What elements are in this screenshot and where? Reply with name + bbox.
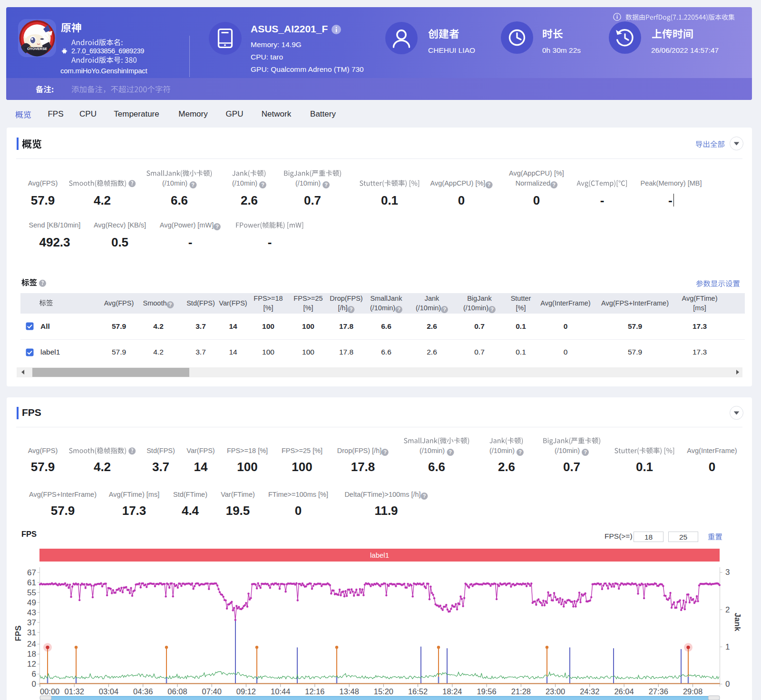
svg-text:2: 2 bbox=[725, 605, 730, 614]
svg-text:29:08: 29:08 bbox=[683, 687, 702, 696]
svg-text:0: 0 bbox=[725, 680, 730, 689]
svg-text:43: 43 bbox=[27, 608, 36, 617]
svg-text:26:04: 26:04 bbox=[614, 687, 634, 696]
svg-text:10:44: 10:44 bbox=[271, 687, 290, 696]
svg-text:24:32: 24:32 bbox=[580, 687, 599, 696]
svg-text:61: 61 bbox=[27, 578, 36, 587]
svg-text:18: 18 bbox=[27, 650, 36, 659]
svg-text:18:24: 18:24 bbox=[442, 687, 462, 696]
svg-text:67: 67 bbox=[27, 568, 36, 577]
svg-text:12:16: 12:16 bbox=[305, 687, 324, 696]
svg-text:1: 1 bbox=[725, 642, 730, 651]
svg-text:55: 55 bbox=[27, 588, 36, 597]
svg-text:24: 24 bbox=[27, 640, 36, 649]
svg-text:OYOVERSE: OYOVERSE bbox=[27, 47, 47, 51]
svg-text:03:04: 03:04 bbox=[99, 687, 118, 696]
svg-text:Jank: Jank bbox=[733, 613, 742, 631]
svg-text:13:48: 13:48 bbox=[340, 687, 359, 696]
svg-text:01:32: 01:32 bbox=[65, 687, 84, 696]
svg-text:15:20: 15:20 bbox=[374, 687, 393, 696]
svg-text:09:12: 09:12 bbox=[236, 687, 256, 696]
svg-text:6: 6 bbox=[32, 670, 36, 679]
svg-text:00:00: 00:00 bbox=[40, 687, 59, 696]
svg-text:27:36: 27:36 bbox=[649, 687, 668, 696]
svg-text:07:40: 07:40 bbox=[202, 687, 222, 696]
svg-text:06:08: 06:08 bbox=[167, 687, 187, 696]
svg-text:12: 12 bbox=[27, 660, 36, 669]
svg-text:19:56: 19:56 bbox=[477, 687, 496, 696]
svg-text:31: 31 bbox=[27, 628, 36, 637]
svg-text:21:28: 21:28 bbox=[511, 687, 531, 696]
svg-text:37: 37 bbox=[27, 618, 36, 627]
svg-text:04:36: 04:36 bbox=[133, 687, 153, 696]
svg-text:3: 3 bbox=[725, 568, 730, 577]
svg-text:23:00: 23:00 bbox=[546, 687, 565, 696]
svg-text:FPS: FPS bbox=[14, 625, 23, 641]
svg-text:49: 49 bbox=[27, 598, 36, 607]
svg-text:label1: label1 bbox=[370, 551, 389, 559]
svg-text:0: 0 bbox=[32, 680, 36, 689]
svg-text:16:52: 16:52 bbox=[408, 687, 428, 696]
